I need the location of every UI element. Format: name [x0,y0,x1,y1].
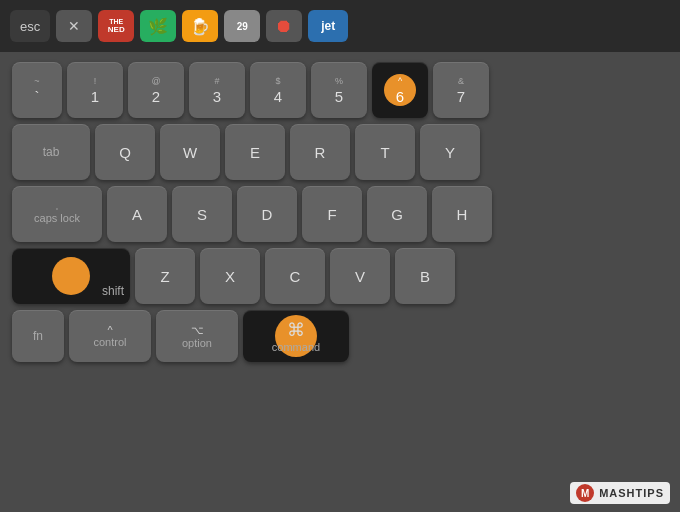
number-row: ~ ` ! 1 @ 2 # 3 $ 4 % 5 ^ 6 & [12,62,668,118]
key-5[interactable]: % 5 [311,62,367,118]
tb-record-icon[interactable]: ⏺ [266,10,302,42]
key-2[interactable]: @ 2 [128,62,184,118]
key-command[interactable]: ⌘ command [243,310,349,362]
key-d[interactable]: D [237,186,297,242]
key-y[interactable]: Y [420,124,480,180]
tb-29-icon[interactable]: 29 [224,10,260,42]
key-3[interactable]: # 3 [189,62,245,118]
tb-bottle-icon[interactable]: 🍺 [182,10,218,42]
key-4[interactable]: $ 4 [250,62,306,118]
key-s[interactable]: S [172,186,232,242]
key-x[interactable]: X [200,248,260,304]
key-shift[interactable]: shift [12,248,130,304]
key-w[interactable]: W [160,124,220,180]
key-caps-lock[interactable]: • caps lock [12,186,102,242]
key-z[interactable]: Z [135,248,195,304]
key-q[interactable]: Q [95,124,155,180]
watermark: M MASHTIPS [570,482,670,504]
esc-key[interactable]: esc [10,10,50,42]
key-g[interactable]: G [367,186,427,242]
key-f[interactable]: F [302,186,362,242]
key-option[interactable]: ⌥ option [156,310,238,362]
tb-close-icon[interactable]: ✕ [56,10,92,42]
touch-bar: esc ✕ THE NED 🌿 🍺 29 ⏺ jet [0,0,680,52]
key-a[interactable]: A [107,186,167,242]
key-e[interactable]: E [225,124,285,180]
asdf-row: • caps lock A S D F G H [12,186,668,242]
tb-ned-icon[interactable]: THE NED [98,10,134,42]
bottom-row: fn ^ control ⌥ option ⌘ command [12,310,668,362]
key-b[interactable]: B [395,248,455,304]
zxcv-row: shift Z X C V B [12,248,668,304]
watermark-logo: M [576,484,594,502]
key-fn[interactable]: fn [12,310,64,362]
touch-bar-apps: ✕ THE NED 🌿 🍺 29 ⏺ jet [56,10,670,42]
tb-jet-icon[interactable]: jet [308,10,348,42]
key-tilde[interactable]: ~ ` [12,62,62,118]
key-t[interactable]: T [355,124,415,180]
key-7[interactable]: & 7 [433,62,489,118]
key-c[interactable]: C [265,248,325,304]
key-v[interactable]: V [330,248,390,304]
key-1[interactable]: ! 1 [67,62,123,118]
key-h[interactable]: H [432,186,492,242]
key-6[interactable]: ^ 6 [372,62,428,118]
keyboard: ~ ` ! 1 @ 2 # 3 $ 4 % 5 ^ 6 & [0,52,680,372]
key-tab[interactable]: tab [12,124,90,180]
qwerty-row: tab Q W E R T Y [12,124,668,180]
key-control[interactable]: ^ control [69,310,151,362]
watermark-text: MASHTIPS [599,487,664,499]
tb-leaf-icon[interactable]: 🌿 [140,10,176,42]
key-r[interactable]: R [290,124,350,180]
